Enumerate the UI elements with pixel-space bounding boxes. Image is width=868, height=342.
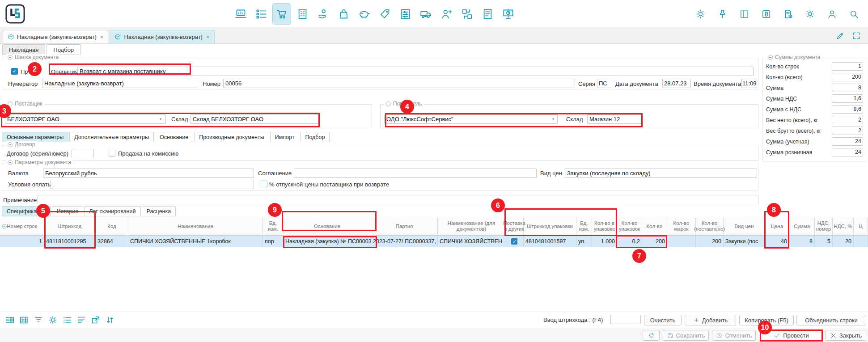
column-header[interactable]: Наименование (для документов) [438,217,505,235]
list-grid-icon[interactable] [4,315,15,325]
collapse-icon[interactable] [8,55,13,60]
sum-value[interactable]: 9,6 [832,105,863,114]
cell[interactable]: 8 [789,236,815,247]
cell[interactable]: Закупки (пос [724,236,765,247]
user-icon[interactable] [824,4,840,23]
column-header[interactable]: Кол-во (поставлено) [696,217,724,235]
collapse-icon[interactable] [768,55,773,60]
gear-icon[interactable] [802,4,818,23]
agreement-input[interactable] [294,169,537,178]
series-input[interactable] [597,79,612,88]
brightness-icon[interactable] [692,4,708,23]
param-tab-0[interactable]: Основные параметры [2,132,68,142]
list-plain-icon[interactable] [76,315,87,325]
sum-value[interactable]: 2 [832,127,863,135]
presentation-clock-icon[interactable] [499,4,517,24]
number-input[interactable] [223,79,575,88]
save-button[interactable]: Сохранить [663,330,709,341]
payment-terms-input[interactable] [51,180,254,189]
export-icon[interactable] [90,315,101,325]
cell[interactable]: 1 [0,236,44,247]
column-header[interactable]: Код [96,217,128,235]
price-tag-icon[interactable] [376,4,394,24]
cell[interactable]: уп. [576,236,592,247]
piggy-bank-icon[interactable] [355,4,373,24]
collapse-icon[interactable] [8,160,13,165]
cell[interactable]: 200 [696,236,724,247]
param-tab-1[interactable]: Дополнительные параметры [69,132,154,142]
collapse-icon[interactable] [8,142,13,147]
cell[interactable] [854,236,868,247]
param-tab-4[interactable]: Импорт [270,132,300,142]
clear-button[interactable]: Очистить [644,315,682,325]
table-grid-icon[interactable] [19,315,30,325]
date-input[interactable] [662,79,691,88]
sum-value[interactable]: 1 [832,62,863,71]
column-header[interactable]: НДС, номер [815,217,833,235]
close-button[interactable]: Закрыть [826,330,866,341]
column-header[interactable]: Кол-во марок [667,217,696,235]
doc-gear-icon[interactable] [780,4,796,23]
subtab-1[interactable]: Подбор [47,44,80,55]
column-header[interactable]: Партия [371,217,438,235]
cell[interactable]: СПИЧКИ ХОЗЯЙСТВЕННЫЕ 1коробок [128,236,263,247]
gear-icon[interactable] [47,315,58,325]
column-header[interactable]: Кол-во упаковок [617,217,642,235]
sum-value[interactable]: 200 [832,73,863,81]
note-input[interactable] [38,195,758,204]
param-tab-2[interactable]: Основание [155,132,193,142]
sum-value[interactable]: 1,6 [832,94,863,103]
edit-icon[interactable] [836,31,845,40]
expand-icon[interactable] [852,31,861,40]
document-tab[interactable]: Накладные (закупка-возврат)× [3,30,108,43]
currency-input[interactable] [43,169,254,178]
row-checkbox[interactable] [511,238,517,245]
collapse-icon[interactable] [386,101,391,106]
hand-coins-icon[interactable] [314,4,332,24]
price-type-input[interactable] [565,169,757,178]
contract-number-input[interactable] [72,149,94,158]
pin-icon[interactable] [714,4,730,23]
sum-value[interactable]: 8 [832,84,863,92]
list-settings-icon[interactable] [396,4,414,24]
app-logo[interactable] [5,4,25,24]
document-note-icon[interactable] [478,4,496,24]
laptop-chart-icon[interactable] [232,4,250,24]
param-tab-5[interactable]: Подбор [300,132,330,142]
commission-checkbox[interactable] [109,150,115,156]
truck-icon[interactable] [417,4,435,24]
bold-b-icon[interactable] [758,4,774,23]
cell[interactable]: 5 [815,236,833,247]
document-tab[interactable]: Накладная (закупка-возврат)× [110,30,214,43]
cell[interactable]: 1 000 [592,236,617,247]
column-header[interactable]: НДС, % [833,217,854,235]
column-header[interactable]: Ед. изм. [263,217,284,235]
cell[interactable]: 4810481001597 [524,236,576,247]
sum-value[interactable]: 24 [832,148,863,156]
sort-icon[interactable] [1,224,7,229]
column-header[interactable]: Сумма [789,217,815,235]
cell[interactable]: 20 [833,236,854,247]
swap-icon[interactable] [105,315,115,325]
checklist-icon[interactable] [252,4,270,24]
param-tab-3[interactable]: Производные документы [194,132,269,142]
column-header[interactable]: Вид цен [724,217,765,235]
filter-icon[interactable] [33,315,44,325]
cancel-button[interactable]: Отменить [712,330,756,341]
cell[interactable] [667,236,696,247]
cell[interactable]: 32864 [96,236,128,247]
sum-value[interactable]: 2 [832,116,863,124]
cell[interactable]: пор [263,236,284,247]
sum-value[interactable]: 24 [832,137,863,146]
posted-checkbox[interactable] [11,68,18,75]
search-icon[interactable] [846,4,862,23]
cell[interactable] [505,236,524,247]
close-tab-icon[interactable]: × [206,34,210,40]
add-button[interactable]: Добавить [685,315,736,325]
refresh-button[interactable] [643,330,660,341]
column-header[interactable]: Наименование [128,217,263,235]
column-header[interactable]: Номер строк [0,217,44,235]
building-icon[interactable] [293,4,311,24]
merge-rows-button[interactable]: Объединить строки [796,315,866,325]
numerator-input[interactable] [42,79,197,88]
